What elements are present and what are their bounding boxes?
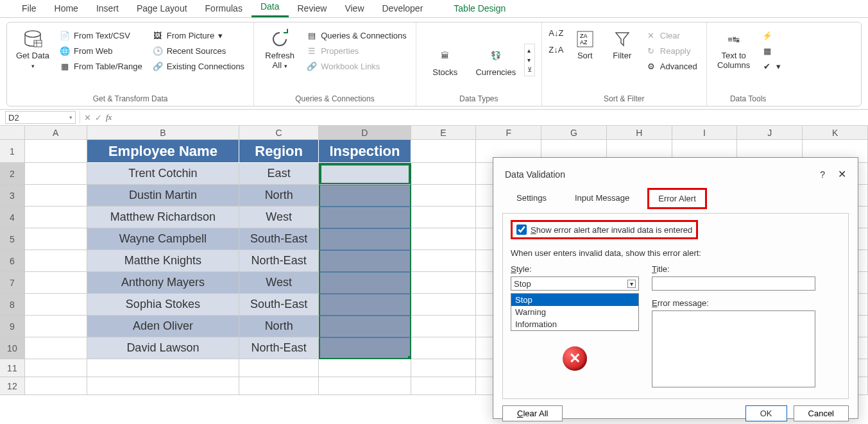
recent-sources-button[interactable]: 🕒Recent Sources	[150, 44, 247, 57]
cell[interactable]	[319, 294, 411, 316]
cell[interactable]	[87, 377, 239, 395]
cell[interactable]	[25, 316, 87, 337]
cell[interactable]	[411, 377, 477, 395]
refresh-all-button[interactable]: Refresh All ▾	[260, 26, 299, 70]
tab-review[interactable]: Review	[289, 1, 336, 17]
cell[interactable]: South-East	[239, 228, 319, 250]
dialog-tab-input-message[interactable]: Input Message	[565, 188, 640, 209]
cell[interactable]	[319, 207, 411, 228]
col-header-B[interactable]: B	[87, 126, 239, 139]
clear-all-button[interactable]: Clear All	[502, 405, 563, 421]
cell[interactable]	[411, 272, 477, 294]
cell[interactable]	[319, 250, 411, 272]
cell[interactable]: North-East	[239, 337, 319, 359]
row-header[interactable]: 9	[0, 316, 25, 337]
cell[interactable]	[25, 207, 87, 228]
cell[interactable]	[411, 250, 477, 272]
cell[interactable]: Aden Oliver	[87, 316, 239, 337]
cell[interactable]	[411, 207, 477, 228]
tab-view[interactable]: View	[336, 1, 373, 17]
col-header-D[interactable]: D	[319, 126, 411, 139]
cell[interactable]	[411, 337, 477, 359]
fx-icon[interactable]: fx	[106, 112, 112, 123]
style-option-information[interactable]: Information	[511, 318, 638, 330]
sort-button[interactable]: ZAAZSort	[569, 26, 601, 60]
tab-home[interactable]: Home	[46, 1, 87, 17]
cell[interactable]: Employee Name	[87, 140, 239, 163]
cell[interactable]	[411, 163, 477, 185]
cell[interactable]	[25, 377, 87, 395]
cell[interactable]	[239, 377, 319, 395]
filter-button[interactable]: Filter	[606, 26, 638, 60]
formula-input[interactable]	[119, 111, 863, 124]
row-header[interactable]: 2	[0, 163, 25, 185]
tab-data[interactable]: Data	[251, 0, 289, 17]
col-header-K[interactable]: K	[803, 126, 868, 139]
text-to-columns-button[interactable]: ≡↹Text to Columns	[713, 26, 754, 70]
cell[interactable]: West	[239, 272, 319, 294]
ok-button[interactable]: OK	[745, 405, 787, 421]
fill-handle[interactable]	[408, 356, 411, 359]
cell[interactable]	[319, 272, 411, 294]
cell[interactable]: Sophia Stokes	[87, 294, 239, 316]
row-header[interactable]: 6	[0, 250, 25, 272]
cell[interactable]	[25, 294, 87, 316]
gallery-up-icon[interactable]: ▴	[527, 47, 532, 54]
cell[interactable]	[25, 163, 87, 185]
row-header[interactable]: 12	[0, 377, 25, 395]
cell[interactable]	[25, 185, 87, 207]
col-header-E[interactable]: E	[411, 126, 477, 139]
cell[interactable]: North	[239, 185, 319, 207]
col-header-A[interactable]: A	[25, 126, 87, 139]
show-error-alert-checkbox[interactable]	[516, 225, 527, 235]
title-input[interactable]	[652, 276, 815, 291]
advanced-filter-button[interactable]: ⚙Advanced	[643, 60, 700, 72]
cancel-button[interactable]: Cancel	[794, 405, 849, 421]
cell[interactable]: Inspection	[319, 140, 411, 163]
currencies-button[interactable]: 💱Currencies	[473, 43, 519, 77]
cell[interactable]	[319, 163, 411, 185]
cell[interactable]	[25, 337, 87, 359]
row-header[interactable]: 8	[0, 294, 25, 316]
cell[interactable]: Matthew Richardson	[87, 207, 239, 228]
from-text-csv-button[interactable]: 📄From Text/CSV	[57, 29, 145, 42]
row-header[interactable]: 4	[0, 207, 25, 228]
cell[interactable]	[25, 359, 87, 377]
col-header-G[interactable]: G	[541, 126, 607, 139]
cell[interactable]	[319, 337, 411, 359]
tab-file[interactable]: File	[13, 1, 46, 17]
style-option-warning[interactable]: Warning	[511, 306, 638, 318]
col-header-H[interactable]: H	[607, 126, 672, 139]
col-header-I[interactable]: I	[672, 126, 738, 139]
sort-asc-button[interactable]: A↓Z	[549, 26, 564, 39]
col-header-J[interactable]: J	[737, 126, 803, 139]
cell[interactable]	[25, 250, 87, 272]
cell[interactable]: Matthe Knights	[87, 250, 239, 272]
select-all-corner[interactable]	[0, 126, 25, 139]
cell[interactable]	[87, 359, 239, 377]
dialog-tab-error-alert[interactable]: Error Alert	[647, 188, 707, 209]
flash-fill-button[interactable]: ⚡	[760, 29, 783, 42]
dialog-help-icon[interactable]: ?	[820, 169, 825, 180]
cell[interactable]	[411, 185, 477, 207]
cell[interactable]: Dustin Martin	[87, 185, 239, 207]
style-select[interactable]: Stop▾	[511, 276, 639, 291]
row-header[interactable]: 5	[0, 228, 25, 250]
cell[interactable]	[411, 294, 477, 316]
cell[interactable]	[25, 272, 87, 294]
cell[interactable]: South-East	[239, 294, 319, 316]
from-picture-button[interactable]: 🖼From Picture ▾	[150, 29, 247, 42]
cell[interactable]: Region	[239, 140, 319, 163]
queries-connections-button[interactable]: ▤Queries & Connections	[304, 29, 409, 42]
cell[interactable]: Trent Cotchin	[87, 163, 239, 185]
error-message-textarea[interactable]	[652, 310, 815, 387]
from-table-range-button[interactable]: ▦From Table/Range	[57, 60, 145, 72]
tab-formulas[interactable]: Formulas	[196, 1, 251, 17]
cell[interactable]	[319, 316, 411, 337]
row-header[interactable]: 7	[0, 272, 25, 294]
get-data-button[interactable]: Get Data ▾	[13, 26, 52, 70]
cell[interactable]	[25, 228, 87, 250]
dialog-tab-settings[interactable]: Settings	[506, 188, 557, 209]
cell[interactable]: Wayne Campbell	[87, 228, 239, 250]
cell[interactable]: West	[239, 207, 319, 228]
